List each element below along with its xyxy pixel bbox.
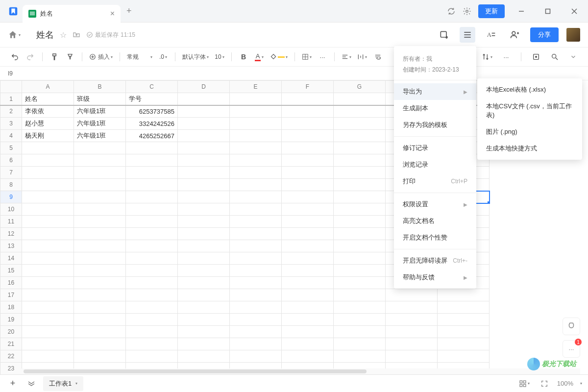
row-header[interactable]: 12 <box>0 228 22 240</box>
more-tools-button[interactable]: ··· <box>499 50 513 64</box>
cell[interactable] <box>22 289 74 301</box>
collapse-toolbar-button[interactable] <box>566 50 580 64</box>
cell[interactable] <box>230 203 282 216</box>
cell[interactable]: 学号 <box>126 93 178 105</box>
cell[interactable] <box>126 203 178 216</box>
cell[interactable] <box>282 142 334 154</box>
cell[interactable] <box>282 167 334 179</box>
cell[interactable] <box>282 216 334 228</box>
undo-button[interactable] <box>8 50 22 64</box>
column-header[interactable]: D <box>178 81 230 93</box>
row-header[interactable]: 1 <box>0 93 22 105</box>
cell[interactable] <box>438 301 490 314</box>
row-header[interactable]: 17 <box>0 289 22 301</box>
cell[interactable] <box>386 314 438 326</box>
cell[interactable] <box>282 228 334 240</box>
submenu-item[interactable]: 生成本地快捷方式 <box>477 140 582 157</box>
cell[interactable] <box>334 142 386 154</box>
row-header[interactable]: 16 <box>0 277 22 289</box>
menu-item[interactable]: 生成副本 <box>394 100 476 117</box>
cell[interactable] <box>334 277 386 289</box>
cell[interactable] <box>178 179 230 191</box>
cell[interactable] <box>178 167 230 179</box>
cell[interactable]: 六年级1班 <box>74 118 126 130</box>
cell[interactable] <box>230 118 282 130</box>
cell[interactable] <box>74 240 126 252</box>
menu-button[interactable] <box>460 27 475 43</box>
fill-color-button[interactable]: ▾ <box>268 50 290 64</box>
cell[interactable]: 姓名 <box>22 93 74 105</box>
menu-item[interactable]: 帮助与反馈▶ <box>394 269 476 286</box>
cell[interactable] <box>334 105 386 118</box>
cell[interactable] <box>282 240 334 252</box>
row-header[interactable]: 8 <box>0 179 22 191</box>
cell[interactable] <box>22 240 74 252</box>
sheet-list-button[interactable] <box>24 377 38 391</box>
more-format-button[interactable]: ··· <box>316 50 329 64</box>
cell[interactable]: 4265252667 <box>126 130 178 142</box>
cell[interactable] <box>74 289 126 301</box>
cell[interactable] <box>438 350 490 363</box>
align-v-button[interactable]: ▾ <box>355 50 369 64</box>
cell[interactable] <box>230 277 282 289</box>
cell[interactable] <box>22 167 74 179</box>
menu-item[interactable]: 导出为▶ <box>394 83 476 100</box>
cell[interactable] <box>230 142 282 154</box>
zoom-level[interactable]: 100% <box>557 380 573 387</box>
insert-button[interactable]: 插入▾ <box>87 50 115 64</box>
cell[interactable] <box>178 265 230 277</box>
menu-item[interactable]: 浏览记录 <box>394 156 476 173</box>
view-grid-button[interactable]: ▾ <box>517 377 532 391</box>
column-header[interactable]: C <box>126 81 178 93</box>
cell[interactable] <box>126 142 178 154</box>
cell[interactable] <box>282 338 334 350</box>
cell[interactable] <box>334 179 386 191</box>
cell[interactable] <box>334 350 386 363</box>
cell[interactable] <box>126 191 178 203</box>
cell[interactable] <box>178 93 230 105</box>
cell[interactable] <box>74 265 126 277</box>
cell[interactable] <box>230 314 282 326</box>
cell[interactable] <box>74 277 126 289</box>
cell[interactable] <box>334 118 386 130</box>
home-button[interactable]: ▾ <box>8 30 21 40</box>
cell[interactable] <box>334 314 386 326</box>
cell[interactable] <box>334 228 386 240</box>
cell[interactable]: 赵小慧 <box>22 118 74 130</box>
format-painter-button[interactable] <box>48 50 61 64</box>
row-header[interactable]: 4 <box>0 130 22 142</box>
cell[interactable] <box>126 252 178 265</box>
fullscreen-button[interactable] <box>538 377 551 391</box>
cell[interactable] <box>22 338 74 350</box>
add-collaborator-button[interactable] <box>507 27 522 43</box>
cell[interactable] <box>230 130 282 142</box>
cell[interactable] <box>178 191 230 203</box>
cell[interactable] <box>22 326 74 338</box>
close-window-button[interactable] <box>564 3 584 19</box>
cell[interactable]: 六年级1班 <box>74 105 126 118</box>
column-header[interactable]: E <box>230 81 282 93</box>
cell[interactable] <box>126 228 178 240</box>
cell[interactable] <box>230 326 282 338</box>
cell[interactable] <box>282 191 334 203</box>
row-header[interactable]: 5 <box>0 142 22 154</box>
cell[interactable] <box>126 154 178 167</box>
cell[interactable] <box>178 142 230 154</box>
cell[interactable] <box>334 93 386 105</box>
number-format-selector[interactable]: 常规▾ <box>125 50 154 64</box>
cell[interactable] <box>386 338 438 350</box>
cell[interactable] <box>386 326 438 338</box>
submenu-item[interactable]: 图片 (.png) <box>477 123 582 140</box>
cell[interactable] <box>438 326 490 338</box>
cell[interactable] <box>126 350 178 363</box>
share-button[interactable]: 分享 <box>530 27 559 42</box>
cell[interactable] <box>126 338 178 350</box>
menu-item[interactable]: 另存为我的模板 <box>394 117 476 133</box>
clear-format-button[interactable] <box>63 50 77 64</box>
column-header[interactable]: B <box>74 81 126 93</box>
cell[interactable] <box>22 142 74 154</box>
row-header[interactable]: 14 <box>0 252 22 265</box>
text-format-button[interactable]: A <box>483 27 499 43</box>
cell[interactable] <box>126 179 178 191</box>
cell[interactable] <box>126 265 178 277</box>
